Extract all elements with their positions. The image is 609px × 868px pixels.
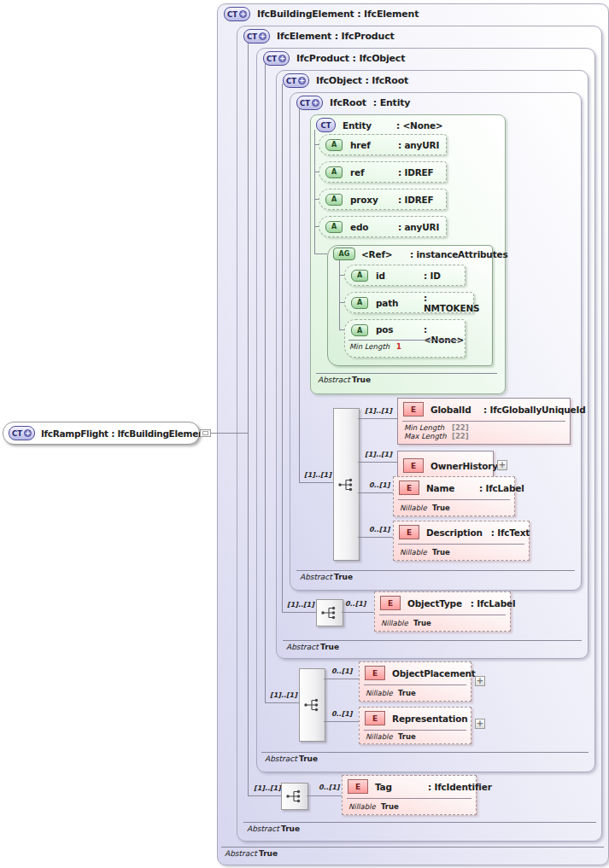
element-name: ObjectPlacement: [392, 668, 476, 679]
facet-divider: [348, 340, 460, 341]
attribute-group-type: : instanceAttributes: [410, 249, 507, 259]
expand-button[interactable]: +: [475, 719, 485, 729]
attribute-ref[interactable]: A ref : IDREF: [319, 161, 447, 183]
attribute-id[interactable]: A id : ID: [344, 265, 466, 286]
collapse-handle[interactable]: [200, 429, 211, 437]
element-type: : IfcGloballyUniqueId: [483, 405, 586, 415]
attribute-name: edo: [350, 222, 398, 232]
nillable-value: True: [432, 548, 450, 556]
element-name-ifclabel[interactable]: E Name : IfcLabel NillableTrue: [393, 476, 515, 516]
attribute-badge: A: [325, 166, 343, 178]
element-description[interactable]: E Description : IfcText NillableTrue: [393, 521, 530, 561]
abstract-label: Abstract: [247, 824, 279, 833]
xsd-diagram: CT+ IfcBuildingElement : IfcElement CT+ …: [0, 0, 609, 868]
nillable-divider: [364, 684, 466, 685]
ct-badge-label: CT: [300, 99, 310, 108]
abstract-divider: [283, 640, 582, 641]
nillable-label: Nillable: [381, 619, 413, 627]
ct-badge-label: CT: [247, 32, 257, 41]
nillable-label: Nillable: [400, 504, 432, 512]
attribute-name: path: [376, 298, 424, 308]
ct-badge[interactable]: CT+: [224, 7, 250, 21]
element-badge: E: [365, 711, 385, 725]
ct-badge-label: CT: [266, 55, 277, 63]
cardinality-label: [1]..[1]: [304, 471, 331, 479]
attribute-name: pos: [376, 324, 424, 335]
connector-line: [339, 260, 340, 329]
nillable-divider: [364, 730, 466, 731]
nillable-label: Nillable: [366, 732, 398, 741]
element-objecttype[interactable]: E ObjectType : IfcLabel NillableTrue: [374, 591, 511, 632]
sequence-icon: [303, 697, 322, 713]
abstract-divider: [243, 822, 596, 823]
facet-label: Max Length: [404, 432, 452, 440]
ct-badge[interactable]: CT: [316, 118, 336, 132]
ct-badge-label: CT: [12, 429, 22, 438]
element-badge: E: [399, 525, 419, 539]
complextype-ifcrampflight[interactable]: CT+ IfcRampFlight : IfcBuildingElement: [3, 422, 200, 445]
connector-line: [314, 130, 315, 253]
connector-line: [358, 537, 393, 538]
abstract-label: Abstract: [300, 573, 332, 581]
ct-badge[interactable]: CT+: [243, 29, 270, 44]
complextype-title: IfcElement : IfcProduct: [277, 31, 395, 42]
cardinality-label: [1]..[1]: [365, 407, 392, 415]
attribute-badge: A: [351, 324, 368, 336]
element-tag[interactable]: E Tag : IfcIdentifier NillableTrue: [342, 775, 477, 815]
cardinality-label: 0..[1]: [319, 784, 340, 791]
attribute-badge: A: [351, 297, 368, 309]
attribute-group-badge: AG: [333, 248, 355, 260]
connector-line: [358, 462, 397, 463]
element-representation[interactable]: E Representation NillableTrue: [359, 707, 471, 744]
nillable-divider: [379, 615, 506, 615]
element-name: Description: [426, 527, 483, 538]
cardinality-label: 0..[1]: [345, 600, 366, 608]
attribute-badge: A: [325, 139, 343, 151]
sequence-icon-box[interactable]: [281, 783, 308, 810]
attribute-group-name: <Ref>: [361, 249, 404, 259]
connector-line: [265, 702, 299, 703]
sequence-icon-box[interactable]: [316, 599, 343, 626]
nillable-value: True: [381, 802, 399, 811]
abstract-value: True: [320, 643, 339, 651]
ct-badge-label: CT: [286, 77, 296, 85]
element-name: Representation: [392, 714, 467, 724]
ct-badge: CT+: [9, 426, 35, 440]
element-badge: E: [365, 666, 385, 680]
plus-icon: +: [239, 10, 247, 18]
expand-button[interactable]: +: [497, 460, 507, 470]
ct-badge-label: CT: [320, 121, 331, 130]
plus-icon: +: [278, 55, 286, 62]
attribute-proxy[interactable]: A proxy : IDREF: [319, 189, 447, 210]
nillable-value: True: [398, 689, 416, 697]
abstract-divider: [221, 847, 604, 848]
sequence-bar[interactable]: [333, 408, 360, 561]
abstract-label: Abstract: [225, 849, 257, 858]
expand-button[interactable]: +: [475, 676, 485, 686]
sequence-bar[interactable]: [299, 668, 325, 742]
abstract-divider: [296, 570, 575, 571]
attribute-href[interactable]: A href : anyURI: [319, 134, 447, 155]
ct-badge[interactable]: CT+: [296, 96, 323, 110]
complextype-title: IfcObject : IfcRoot: [316, 75, 408, 86]
complextype-base: : Entity: [373, 97, 410, 108]
sequence-icon: [337, 477, 356, 492]
ct-badge[interactable]: CT+: [263, 51, 290, 66]
element-globalid[interactable]: E GlobalId : IfcGloballyUniqueId Min Len…: [397, 398, 571, 445]
nillable-value: True: [398, 732, 416, 741]
connector-line: [299, 106, 300, 482]
cardinality-label: 0..[1]: [331, 667, 353, 675]
element-type: : IfcText: [491, 527, 530, 538]
element-objectplacement[interactable]: E ObjectPlacement NillableTrue: [359, 661, 471, 702]
attribute-path[interactable]: A path : NMTOKENS: [344, 292, 474, 313]
element-name: Name: [426, 483, 472, 493]
attribute-pos[interactable]: A pos : <None>: [344, 319, 466, 358]
cardinality-label: [1]..[1]: [287, 601, 314, 609]
nillable-value: True: [432, 504, 450, 512]
attribute-edo[interactable]: A edo : anyURI: [319, 216, 447, 237]
connector-line: [248, 795, 281, 796]
element-ownerhistory[interactable]: E OwnerHistory: [397, 451, 494, 478]
ct-badge[interactable]: CT+: [283, 73, 309, 88]
facet-label: Min Length: [404, 423, 452, 432]
cardinality-label: [1]..[1]: [365, 451, 392, 458]
